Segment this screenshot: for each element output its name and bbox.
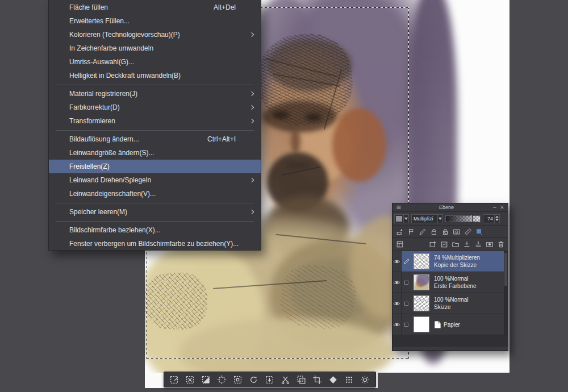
new-folder-icon[interactable] [450, 240, 460, 249]
copy-paste-icon[interactable] [296, 375, 306, 385]
menu-item-leinwand-drehen[interactable]: Leinwand Drehen/Spiegeln [49, 173, 261, 187]
create-mask-icon[interactable] [485, 240, 494, 249]
layer-thumbnail[interactable] [411, 293, 432, 314]
edit-target-pencil-icon[interactable] [402, 251, 411, 272]
menu-item-umriss-auswahl[interactable]: Umriss-Auswahl(G)... [49, 55, 261, 69]
layer-name: Kopie der Skizze [434, 261, 508, 269]
clip-below-icon[interactable] [395, 227, 404, 236]
transfer-down-icon[interactable] [462, 240, 471, 249]
blend-mode-value: Multiplizi [414, 216, 437, 222]
layer-text[interactable]: 74 %Multiplizieren Kopie der Skizze [432, 251, 508, 272]
menu-item-material-registrieren[interactable]: Material registrieren(J) [49, 87, 261, 101]
merge-down-icon[interactable] [473, 240, 483, 249]
layer-filter-swatch [396, 216, 402, 222]
layer-visibility-toggle[interactable] [392, 272, 402, 293]
paste-down-icon[interactable] [265, 375, 274, 385]
opacity-slider-handle[interactable] [471, 215, 473, 223]
menu-item-farbkorrektur[interactable]: Farbkorrektur(D) [49, 101, 261, 114]
layer-thumbnail[interactable] [411, 272, 432, 293]
new-raster-layer-icon[interactable] [428, 240, 437, 249]
menu-item-label: Erweitertes Füllen... [69, 17, 250, 25]
layer-thumbnail[interactable] [411, 251, 432, 272]
menu-item-speicher-leeren[interactable]: Speicher leeren(M) [49, 205, 261, 219]
enable-mask-icon[interactable] [452, 227, 461, 236]
ruler-icon[interactable] [463, 227, 473, 236]
invert-selection-icon[interactable] [201, 375, 211, 385]
menu-item-shortcut: Alt+Del [214, 3, 236, 11]
opacity-spin-arrows[interactable] [494, 215, 499, 223]
menu-item-freistellen[interactable]: Freistellen(Z) [49, 160, 261, 173]
layer-palette-controls: Multiplizi 74 [392, 212, 508, 226]
palette-minimize-icon[interactable] [491, 205, 498, 211]
lock-transparent-icon[interactable] [440, 227, 450, 236]
palette-menu-hamburger-icon[interactable] [395, 205, 402, 211]
menu-item-leinwandeigenschaften[interactable]: Leinwandeigenschaften(V)... [49, 187, 261, 201]
layer-row-skizze[interactable]: 100 %Normal Skizze [392, 293, 508, 314]
menu-item-label: Farbkorrektur(D) [69, 103, 250, 111]
menu-item-kolorieren[interactable]: Kolorieren (Technologievorschau)(P) [49, 28, 261, 41]
screentone-icon[interactable] [344, 375, 354, 385]
paint-nose-shadow [290, 130, 300, 153]
menu-item-erweitertes-fuellen[interactable]: Erweitertes Füllen... [49, 14, 261, 28]
layer-text[interactable]: Papier [432, 314, 508, 335]
shrink-selection-icon[interactable] [233, 375, 243, 385]
menu-item-label: Bildauflösung ändern... [69, 135, 207, 143]
layer-checkbox[interactable] [402, 272, 411, 293]
menu-item-label: Freistellen(Z) [69, 162, 250, 170]
delete-layer-icon[interactable] [496, 240, 506, 249]
layer-action-toolbar [392, 238, 508, 251]
lock-layer-icon[interactable] [429, 227, 438, 236]
menu-item-transformieren[interactable]: Transformieren [49, 114, 261, 128]
blend-mode-combo[interactable]: Multiplizi [411, 214, 443, 223]
menu-item-bildaufloesung[interactable]: Bildauflösung ändern...Ctrl+Alt+I [49, 132, 261, 146]
menu-item-flaeche-fuellen[interactable]: Fläche füllenAlt+Del [49, 1, 261, 14]
launcher-settings-icon[interactable] [360, 375, 370, 385]
app-workspace: Ebene Multiplizi 74 [0, 0, 568, 392]
layer-name: Erste Farbebene [434, 282, 508, 290]
layer-visibility-toggle[interactable] [392, 251, 402, 272]
deselect-icon[interactable] [185, 375, 195, 385]
menu-item-label: Kolorieren (Technologievorschau)(P) [69, 31, 250, 39]
menu-item-label: Fenster verbergen um Bildschirmfarbe zu … [69, 240, 250, 248]
opacity-slider[interactable] [445, 215, 481, 222]
rotate-selection-icon[interactable] [249, 375, 258, 385]
layer-row-papier[interactable]: Papier [392, 314, 508, 335]
reference-layer-icon[interactable] [406, 227, 416, 236]
menu-item-in-zeichenfarbe[interactable]: In Zeichenfarbe umwandeln [49, 41, 261, 55]
layer-checkbox[interactable] [402, 293, 411, 314]
cut-paste-icon[interactable] [281, 375, 290, 385]
layer-text[interactable]: 100 %Normal Erste Farbebene [432, 272, 508, 293]
layer-text[interactable]: 100 %Normal Skizze [432, 293, 508, 314]
menu-separator [49, 201, 261, 205]
layer-row-erste-farbebene[interactable]: 100 %Normal Erste Farbebene [392, 272, 508, 293]
crop-icon[interactable] [312, 375, 322, 385]
layer-list-scrollbar[interactable] [504, 251, 508, 335]
opacity-spinner[interactable]: 74 [483, 214, 500, 223]
menu-item-label: Speicher leeren(M) [69, 208, 250, 216]
selection-pen-icon[interactable] [169, 375, 179, 385]
new-vector-layer-icon[interactable] [439, 240, 449, 249]
layer-color-icon[interactable] [474, 227, 484, 236]
menu-item-label: Fläche füllen [69, 3, 214, 11]
draft-layer-icon[interactable] [417, 227, 427, 236]
layer-view-icon[interactable] [395, 240, 404, 249]
menu-separator [49, 82, 261, 87]
menu-item-bildschirmfarbe[interactable]: Bildschirmfarbe beziehen(X)... [49, 223, 261, 237]
layer-visibility-toggle[interactable] [392, 293, 402, 314]
layer-row-kopie-der-skizze[interactable]: 74 %Multiplizieren Kopie der Skizze [392, 251, 508, 272]
menu-item-label: Material registrieren(J) [69, 90, 250, 98]
palette-close-icon[interactable] [498, 205, 506, 211]
layer-filter-combo[interactable] [394, 214, 409, 223]
layer-checkbox[interactable] [402, 314, 411, 335]
fill-icon[interactable] [328, 375, 338, 385]
menu-item-label: Leinwandeigenschaften(V)... [69, 190, 250, 198]
menu-item-helligkeit-deckkraft[interactable]: Helligkeit in Deckkraft umwandeln(B) [49, 69, 261, 82]
menu-item-leinwandgroesse[interactable]: Leinwandgröße ändern(S)... [49, 146, 261, 160]
opacity-value: 74 [483, 216, 494, 222]
layer-visibility-toggle[interactable] [392, 314, 402, 335]
menu-item-fenster-verbergen[interactable]: Fenster verbergen um Bildschirmfarbe zu … [49, 237, 261, 251]
layer-thumbnail[interactable] [411, 314, 432, 335]
layer-info: 100 %Normal [434, 296, 508, 303]
edit-menu-popup: Fläche füllenAlt+Del Erweitertes Füllen.… [48, 0, 261, 251]
expand-selection-icon[interactable] [217, 375, 227, 385]
